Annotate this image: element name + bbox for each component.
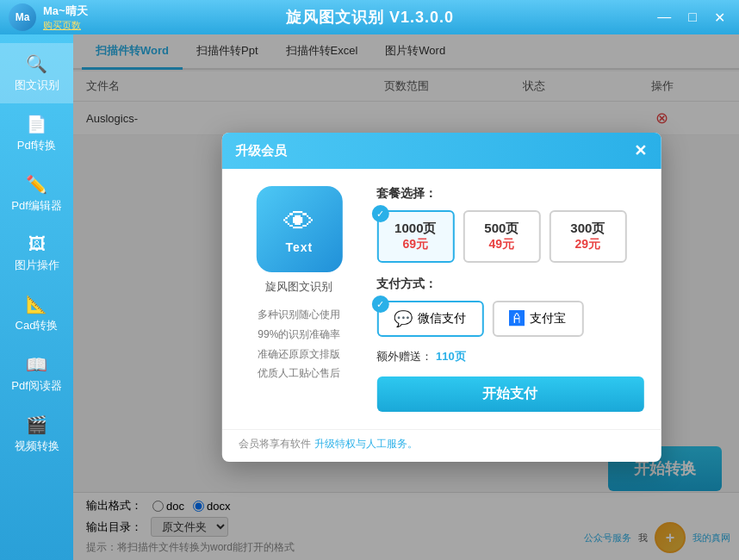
user-name: Ma~晴天: [43, 3, 88, 19]
titlebar: Ma Ma~晴天 购买页数 旋风图文识别 V1.3.0.0 — □ ✕: [0, 0, 739, 34]
modal-footer: 会员将享有软件 升级特权与人工服务。: [221, 429, 661, 462]
app-icon-text-label: Text: [285, 240, 313, 254]
plan-card-500[interactable]: 500页 49元: [463, 210, 540, 263]
plan-500-pages: 500页: [476, 221, 526, 237]
sidebar-item-pdf-label: Pdf转换: [17, 138, 57, 153]
modal-left: 👁 Text 旋风图文识别 多种识别随心使用 99%的识别准确率 准确还原原文排…: [239, 186, 359, 412]
sidebar-item-video-label: 视频转换: [15, 439, 59, 454]
close-window-button[interactable]: ✕: [709, 8, 730, 28]
plan-card-300[interactable]: 300页 29元: [549, 210, 626, 263]
avatar-initials: Ma: [16, 11, 30, 23]
video-icon: 🎬: [26, 414, 47, 435]
image-icon: 🖼: [28, 234, 46, 254]
alipay-label: 支付宝: [530, 311, 566, 327]
main-container: 🔍 图文识别 📄 Pdf转换 ✏️ Pdf编辑器 🖼 图片操作 📐 Cad转换 …: [0, 34, 739, 560]
sidebar-item-pdf-editor[interactable]: ✏️ Pdf编辑器: [0, 164, 73, 224]
sidebar-item-pdf-editor-label: Pdf编辑器: [11, 198, 62, 214]
modal-footer-text: 会员将享有软件: [239, 438, 311, 450]
modal-header: 升级会员 ✕: [221, 133, 661, 169]
feature-list: 多种识别随心使用 99%的识别准确率 准确还原原文排版 优质人工贴心售后: [258, 305, 340, 383]
ocr-icon: 🔍: [26, 53, 47, 74]
sidebar: 🔍 图文识别 📄 Pdf转换 ✏️ Pdf编辑器 🖼 图片操作 📐 Cad转换 …: [0, 34, 73, 560]
plan-300-pages: 300页: [562, 221, 612, 237]
user-info: Ma~晴天 购买页数: [43, 3, 88, 32]
window-controls: — □ ✕: [652, 8, 730, 28]
minimize-button[interactable]: —: [652, 8, 676, 28]
plan-options: ✓ 1000页 69元 500页 49元 300页 29元: [376, 210, 643, 263]
sidebar-item-pdf-convert[interactable]: 📄 Pdf转换: [0, 103, 73, 164]
avatar: Ma: [9, 3, 36, 31]
eye-icon: 👁: [283, 204, 314, 240]
cad-icon: 📐: [26, 294, 47, 314]
plan-1000-price: 69元: [390, 237, 440, 252]
modal-body: 👁 Text 旋风图文识别 多种识别随心使用 99%的识别准确率 准确还原原文排…: [221, 169, 661, 429]
pay-alipay[interactable]: 🅰 支付宝: [492, 301, 583, 337]
bonus-text: 额外赠送： 110页: [376, 349, 643, 364]
sidebar-item-image[interactable]: 🖼 图片操作: [0, 224, 73, 283]
pay-wechat[interactable]: ✓ 💬 微信支付: [376, 301, 483, 337]
modal-footer-link[interactable]: 升级特权与人工服务。: [314, 438, 418, 450]
sidebar-item-image-label: 图片操作: [15, 258, 59, 273]
sidebar-item-ocr-label: 图文识别: [15, 78, 59, 93]
pay-button[interactable]: 开始支付: [376, 376, 643, 412]
modal-close-button[interactable]: ✕: [634, 141, 647, 160]
app-icon: 👁 Text: [256, 186, 342, 272]
upgrade-modal: 升级会员 ✕ 👁 Text 旋风图文识别 多种识别随心使用 99%的识别准确率 …: [221, 133, 661, 462]
bonus-label: 额外赠送：: [376, 350, 432, 363]
pay-section-label: 支付方式：: [376, 277, 643, 292]
plan-section-label: 套餐选择：: [376, 186, 643, 202]
plan-1000-pages: 1000页: [390, 221, 440, 237]
modal-title: 升级会员: [235, 143, 287, 159]
wechat-label: 微信支付: [418, 311, 466, 327]
sidebar-item-pdf-reader-label: Pdf阅读器: [11, 378, 62, 394]
maximize-button[interactable]: □: [683, 8, 702, 28]
feature-3: 准确还原原文排版: [258, 345, 340, 364]
sidebar-item-ocr[interactable]: 🔍 图文识别: [0, 43, 73, 103]
pay-options: ✓ 💬 微信支付 🅰 支付宝: [376, 301, 643, 337]
feature-1: 多种识别随心使用: [258, 305, 340, 325]
titlebar-left: Ma Ma~晴天 购买页数: [9, 3, 88, 32]
app-name: 旋风图文识别: [265, 279, 332, 295]
alipay-icon: 🅰: [509, 310, 525, 328]
plan-1000-check: ✓: [371, 205, 388, 222]
modal-right: 套餐选择： ✓ 1000页 69元 500页 49元 300页: [376, 186, 643, 412]
sidebar-item-pdf-reader[interactable]: 📖 Pdf阅读器: [0, 344, 73, 404]
user-sub-link[interactable]: 购买页数: [43, 19, 88, 32]
plan-card-1000[interactable]: ✓ 1000页 69元: [376, 210, 454, 263]
plan-300-price: 29元: [562, 237, 612, 252]
sidebar-item-cad-label: Cad转换: [16, 318, 59, 333]
wechat-check: ✓: [371, 296, 388, 313]
plan-500-price: 49元: [476, 237, 526, 252]
pdf-editor-icon: ✏️: [26, 174, 47, 195]
bonus-pages: 110页: [436, 350, 466, 363]
pdf-reader-icon: 📖: [26, 354, 47, 375]
feature-2: 99%的识别准确率: [258, 325, 340, 345]
sidebar-item-cad[interactable]: 📐 Cad转换: [0, 283, 73, 344]
app-title: 旋风图文识别 V1.3.0.0: [286, 7, 454, 28]
feature-4: 优质人工贴心售后: [258, 364, 340, 383]
pdf-convert-icon: 📄: [26, 114, 47, 134]
content-area: 扫描件转Word 扫描件转Ppt 扫描件转Excel 图片转Word 文件名 页…: [73, 34, 739, 560]
sidebar-item-video[interactable]: 🎬 视频转换: [0, 404, 73, 464]
wechat-icon: 💬: [394, 309, 413, 328]
